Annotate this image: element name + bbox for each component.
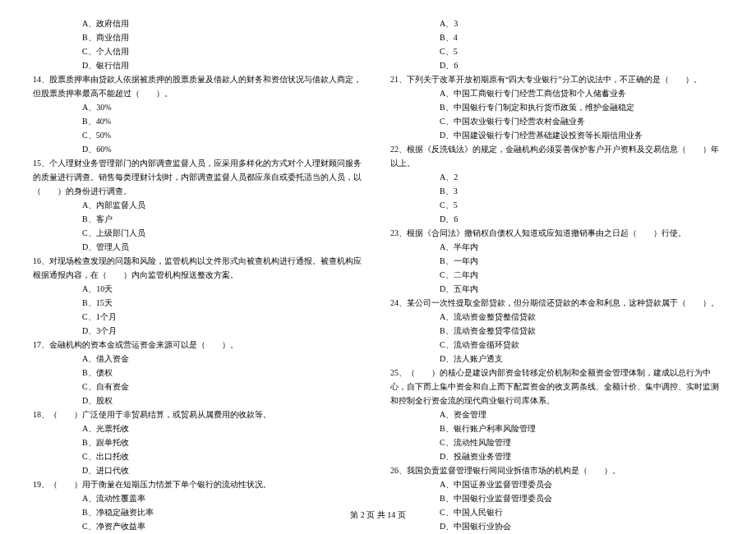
q16-option-a: A、10天 — [33, 282, 366, 296]
q15-option-d: D、管理人员 — [33, 240, 366, 254]
q21-option-b: B、中国银行专门制定和执行货币政策，维护金融稳定 — [390, 100, 723, 114]
q23-option-d: D、五年内 — [390, 282, 723, 296]
q15-option-c: C、上级部门人员 — [33, 226, 366, 240]
q21-stem: 21、下列关于改革开放初期原有“四大专业银行”分工的说法中，不正确的是（ ）。 — [390, 72, 723, 86]
q14-option-a: A、30% — [33, 100, 366, 114]
q25-option-b: B、银行账户利率风险管理 — [390, 421, 723, 435]
q15-option-b: B、客户 — [33, 212, 366, 226]
q14-option-c: C、50% — [33, 128, 366, 142]
q24-option-a: A、流动资金整贷整偿贷款 — [390, 310, 723, 324]
q24-stem: 24、某公司一次性提取全部贷款，但分期偿还贷款的本金和利息，这种贷款属于（ ）。 — [390, 296, 723, 310]
q15-stem: 15、个人理财业务管理部门的内部调查监督人员，应采用多样化的方式对个人理财顾问服… — [33, 156, 366, 198]
q23-option-a: A、半年内 — [390, 240, 723, 254]
q18-option-c: C、出口托收 — [33, 449, 366, 463]
q21-option-a: A、中国工商银行专门经营工商信贷和个人储蓄业务 — [390, 86, 723, 100]
q23-option-b: B、一年内 — [390, 254, 723, 268]
q17-option-d: D、股权 — [33, 394, 366, 407]
q26-stem: 26、我国负责监督管理银行间同业拆借市场的机构是（ ）。 — [390, 463, 723, 477]
q19-option-c: C、净资产收益率 — [33, 519, 366, 533]
page-footer: 第 2 页 共 14 页 — [0, 509, 756, 521]
q22-stem: 22、根据《反洗钱法》的规定，金融机构必须妥善保护客户开户资料及交易信息（ ）年… — [390, 142, 723, 170]
q24-option-c: C、流动资金循环贷款 — [390, 338, 723, 352]
q22-option-a: A、2 — [390, 170, 723, 184]
q21-option-d: D、中国建设银行专门经营基础建设投资等长期信用业务 — [390, 128, 723, 142]
q16-stem: 16、对现场检查发现的问题和风险，监管机构以文件形式向被查机构进行通报。被查机构… — [33, 254, 366, 282]
q24-option-d: D、法人账户透支 — [390, 352, 723, 366]
q19-stem: 19、（ ）用于衡量在短期压力情景下单个银行的流动性状况。 — [33, 477, 366, 491]
q26-option-a: A、中国证券业监督管理委员会 — [390, 477, 723, 491]
q18-option-b: B、跟单托收 — [33, 435, 366, 449]
q23-option-c: C、二年内 — [390, 268, 723, 282]
q18-option-d: D、进口代收 — [33, 463, 366, 477]
q13-option-c: C、个人信用 — [33, 44, 366, 58]
q17-option-c: C、自有资金 — [33, 380, 366, 394]
q22-option-b: B、3 — [390, 184, 723, 198]
q20-option-a: A、3 — [390, 16, 723, 30]
q22-option-d: D、6 — [390, 212, 723, 226]
q26-option-b: B、中国银行业监督管理委员会 — [390, 491, 723, 505]
q17-option-a: A、借入资金 — [33, 352, 366, 366]
q20-option-b: B、4 — [390, 30, 723, 44]
q22-option-c: C、5 — [390, 198, 723, 212]
q13-option-a: A、政府信用 — [33, 16, 366, 30]
q18-option-a: A、光票托收 — [33, 421, 366, 435]
q18-stem: 18、（ ）广泛使用于非贸易结算，或贸易从属费用的收款等。 — [33, 407, 366, 421]
q13-option-d: D、银行信用 — [33, 58, 366, 72]
q23-stem: 23、根据《合同法》撤销权自债权人知道或应知道撤销事由之日起（ ）行使。 — [390, 226, 723, 240]
q14-option-b: B、40% — [33, 114, 366, 128]
q24-option-b: B、流动资金整贷零偿贷款 — [390, 324, 723, 338]
q20-option-d: D、6 — [390, 58, 723, 72]
q19-option-a: A、流动性覆盖率 — [33, 491, 366, 505]
q21-option-c: C、中国农业银行专门经营农村金融业务 — [390, 114, 723, 128]
q16-option-d: D、3个月 — [33, 324, 366, 338]
q15-option-a: A、内部监督人员 — [33, 198, 366, 212]
q14-option-d: D、60% — [33, 142, 366, 156]
q14-stem: 14、股票质押率由贷款人依据被质押的股票质量及借款人的财务和资信状况与借款人商定… — [33, 72, 366, 100]
q26-option-d: D、中国银行业协会 — [390, 519, 723, 533]
q25-option-a: A、资金管理 — [390, 407, 723, 421]
q20-option-c: C、5 — [390, 44, 723, 58]
q25-stem: 25、（ ）的核心是建设内部资金转移定价机制和全额资金管理体制，建成以总行为中心… — [390, 366, 723, 407]
q25-option-c: C、流动性风险管理 — [390, 435, 723, 449]
q16-option-b: B、15天 — [33, 296, 366, 310]
q25-option-d: D、投融资业务管理 — [390, 449, 723, 463]
q13-option-b: B、商业信用 — [33, 30, 366, 44]
q17-option-b: B、债权 — [33, 366, 366, 380]
q17-stem: 17、金融机构的资本金或营运资金来源可以是（ ）。 — [33, 338, 366, 352]
q16-option-c: C、1个月 — [33, 310, 366, 324]
